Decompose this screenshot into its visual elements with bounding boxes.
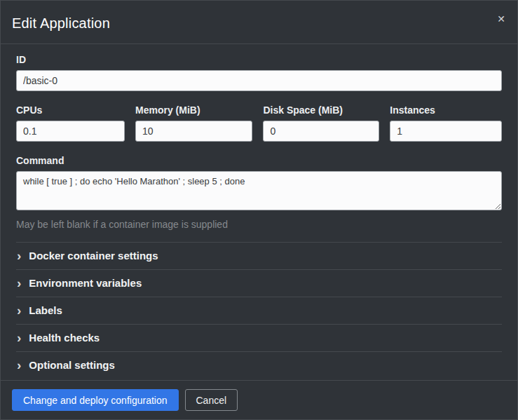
section-label: Health checks <box>29 332 100 344</box>
section-optional-settings[interactable]: › Optional settings <box>16 351 502 379</box>
instances-label: Instances <box>390 104 502 116</box>
command-textarea[interactable]: while [ true ] ; do echo 'Hello Marathon… <box>16 171 502 210</box>
section-docker-container-settings[interactable]: › Docker container settings <box>16 242 502 269</box>
chevron-right-icon: › <box>17 360 21 370</box>
id-label: ID <box>16 54 502 65</box>
section-environment-variables[interactable]: › Environment variables <box>16 269 502 297</box>
disk-label: Disk Space (MiB) <box>263 104 379 116</box>
chevron-right-icon: › <box>17 306 21 316</box>
modal-header: Edit Application ✕ <box>1 1 517 44</box>
chevron-right-icon: › <box>17 251 21 261</box>
close-icon[interactable]: ✕ <box>496 13 507 25</box>
section-label: Environment variables <box>29 277 142 289</box>
command-help-text: May be left blank if a container image i… <box>16 219 502 230</box>
modal-body: ID CPUs Memory (MiB) Disk Space (MiB) In… <box>1 44 517 380</box>
instances-input[interactable] <box>390 121 502 142</box>
modal-footer: Change and deploy configuration Cancel <box>1 380 517 419</box>
chevron-right-icon: › <box>17 278 21 288</box>
id-input[interactable] <box>16 70 502 91</box>
cancel-button[interactable]: Cancel <box>185 389 238 411</box>
section-labels[interactable]: › Labels <box>16 297 502 324</box>
cpus-field-group: CPUs <box>16 104 125 142</box>
section-label: Optional settings <box>29 359 115 371</box>
cpus-input[interactable] <box>16 121 125 142</box>
disk-input[interactable] <box>263 121 379 142</box>
page-title: Edit Application <box>12 15 506 32</box>
section-label: Labels <box>29 304 62 316</box>
memory-field-group: Memory (MiB) <box>135 104 252 142</box>
command-field-group: Command while [ true ] ; do echo 'Hello … <box>16 155 502 230</box>
memory-label: Memory (MiB) <box>135 104 252 116</box>
memory-input[interactable] <box>135 121 252 142</box>
instances-field-group: Instances <box>390 104 502 142</box>
chevron-right-icon: › <box>17 333 21 343</box>
edit-application-modal: Edit Application ✕ ID CPUs Memory (MiB) … <box>0 0 518 420</box>
section-health-checks[interactable]: › Health checks <box>16 324 502 351</box>
cpus-label: CPUs <box>16 104 125 116</box>
collapsible-sections: › Docker container settings › Environmen… <box>16 242 502 379</box>
command-label: Command <box>16 155 502 166</box>
resources-row: CPUs Memory (MiB) Disk Space (MiB) Insta… <box>16 104 502 142</box>
id-field-group: ID <box>16 54 502 91</box>
disk-field-group: Disk Space (MiB) <box>263 104 379 142</box>
change-and-deploy-button[interactable]: Change and deploy configuration <box>12 389 179 411</box>
section-label: Docker container settings <box>29 250 158 262</box>
